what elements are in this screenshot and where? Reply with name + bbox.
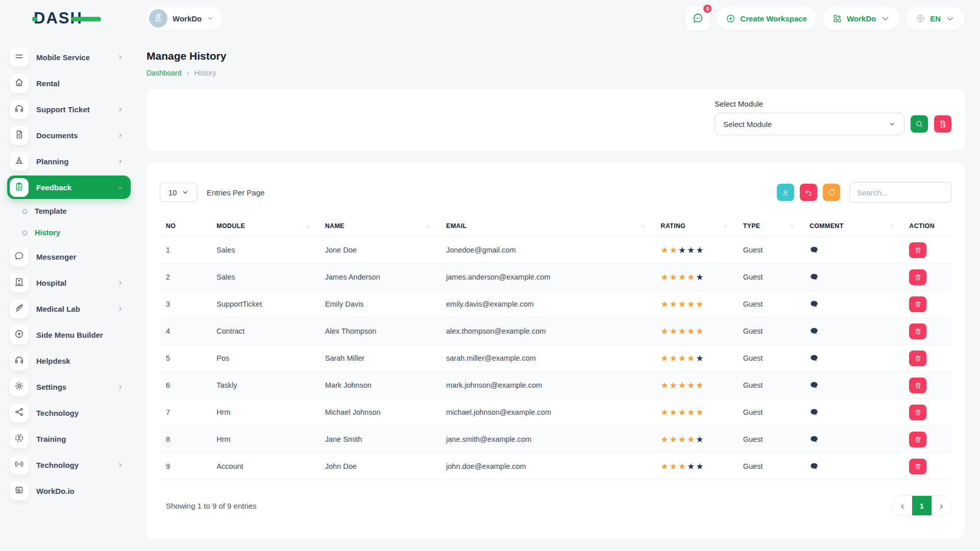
globe-icon	[916, 14, 925, 23]
sidebar-item-planning[interactable]: Planning	[7, 149, 131, 173]
delete-button[interactable]	[909, 432, 926, 447]
column-header-email[interactable]: EMAIL↑↓	[440, 216, 654, 237]
delete-button[interactable]	[909, 323, 926, 339]
module-select[interactable]: Select Module	[715, 113, 904, 135]
trash-icon	[914, 409, 922, 416]
column-header-no: NO	[160, 216, 210, 237]
comment-button[interactable]	[810, 245, 819, 255]
hospital-icon	[14, 277, 24, 289]
sidebar-item-medical-lab[interactable]: Medical Lab	[7, 297, 131, 320]
cell-type: Guest	[737, 453, 803, 480]
sidebar-subitem-template[interactable]: Template	[7, 202, 131, 221]
sidebar-item-label: Side Menu Builder	[36, 331, 103, 339]
cell-comment	[803, 237, 903, 264]
column-header-name[interactable]: NAME↑↓	[319, 216, 440, 237]
comment-button[interactable]	[810, 435, 819, 444]
pagination-page-1[interactable]: 1	[912, 496, 932, 515]
messages-button[interactable]: 0	[685, 6, 710, 31]
hub-icon	[14, 407, 24, 419]
sidebar-subitem-history[interactable]: History	[7, 223, 131, 242]
delete-button[interactable]	[909, 459, 926, 474]
table-row: 9 Account John Doe john.doe@example.com …	[160, 453, 951, 480]
cell-comment	[803, 426, 903, 453]
delete-button[interactable]	[909, 296, 926, 312]
brand-logo[interactable]: DASH	[34, 9, 83, 28]
table-footer: Showing 1 to 9 of 9 entries ‹ 1 ›	[160, 495, 951, 516]
language-label: EN	[930, 14, 941, 23]
create-workspace-label: Create Workspace	[740, 14, 807, 23]
sidebar-item-side-menu-builder[interactable]: Side Menu Builder	[7, 323, 131, 346]
cell-module: Sales	[210, 264, 318, 291]
create-workspace-button[interactable]: Create Workspace	[716, 7, 817, 30]
delete-button[interactable]	[909, 378, 926, 393]
sidebar-item-settings[interactable]: Settings	[7, 375, 131, 398]
cell-action	[903, 264, 951, 291]
pagination-next-button[interactable]: ›	[932, 496, 951, 515]
column-header-type[interactable]: TYPE↑↓	[737, 216, 803, 237]
cell-no: 5	[160, 345, 210, 372]
cell-no: 4	[160, 318, 210, 345]
sidebar-item-feedback[interactable]: Feedback	[7, 176, 131, 199]
table-row: 6 Taskly Mark Johnson mark.johnson@examp…	[160, 372, 951, 399]
cell-rating: ★★★★★	[654, 426, 737, 453]
app-switcher-button[interactable]: WorkDo	[823, 7, 900, 30]
sidebar-item-technology-2[interactable]: Technology	[7, 453, 131, 477]
column-header-rating[interactable]: RATING↑↓	[654, 216, 737, 237]
pagination-prev-button[interactable]: ‹	[893, 496, 912, 515]
column-header-comment[interactable]: COMMENT↑↓	[803, 216, 903, 237]
delete-button[interactable]	[909, 405, 926, 420]
undo-button[interactable]	[800, 184, 817, 201]
trash-icon	[914, 300, 922, 308]
workspace-avatar	[149, 9, 167, 28]
delete-button[interactable]	[909, 269, 926, 285]
entries-per-page-select[interactable]: 10	[160, 183, 198, 202]
sidebar-item-technology[interactable]: Technology	[7, 401, 131, 424]
sidebar-item-hospital[interactable]: Hospital	[7, 271, 131, 294]
comment-button[interactable]	[810, 272, 819, 282]
sidebar-item-documents[interactable]: Documents	[7, 123, 131, 147]
sidebar-item-label: Settings	[36, 383, 66, 391]
comment-button[interactable]	[810, 381, 819, 390]
delete-button[interactable]	[909, 242, 926, 258]
sidebar-item-rental[interactable]: Rental	[7, 71, 131, 95]
refresh-icon	[827, 188, 836, 196]
comment-button[interactable]	[810, 327, 819, 336]
trash-icon	[914, 436, 922, 443]
sidebar-item-messenger[interactable]: Messenger	[7, 245, 131, 268]
comment-button[interactable]	[810, 408, 819, 417]
refresh-button[interactable]	[823, 184, 840, 201]
column-header-module[interactable]: MODULE↑↓	[210, 216, 318, 237]
sidebar-item-label: WorkDo.io	[36, 487, 75, 495]
sidebar-item-helpdesk[interactable]: Helpdesk	[7, 349, 131, 372]
sort-icon: ↑↓	[305, 223, 313, 229]
cell-module: Sales	[210, 237, 318, 264]
workspace-switcher[interactable]: WorkDo	[146, 7, 222, 30]
cell-comment	[803, 372, 903, 399]
sidebar-item-label: Messenger	[36, 253, 76, 261]
cell-action	[903, 372, 951, 399]
language-button[interactable]: EN	[906, 7, 965, 30]
comment-button[interactable]	[810, 299, 819, 309]
breadcrumb-dashboard-link[interactable]: Dashboard	[146, 69, 182, 77]
cell-action	[903, 291, 951, 318]
cell-comment	[803, 345, 903, 372]
cell-name: Jone Doe	[319, 237, 440, 264]
chevron-right-icon	[117, 106, 124, 113]
comment-button[interactable]	[810, 354, 819, 363]
sidebar-item-training[interactable]: Training	[7, 427, 131, 450]
comment-button[interactable]	[810, 462, 819, 471]
chevron-right-icon	[117, 54, 124, 61]
sidebar-item-mobile-service[interactable]: Mobile Service	[7, 45, 131, 69]
sort-icon: ↑↓	[790, 223, 797, 229]
sidebar-item-workdo-io[interactable]: WorkDo.io	[7, 479, 131, 503]
cell-action	[903, 426, 951, 453]
delete-button[interactable]	[909, 350, 926, 366]
cell-no: 1	[160, 237, 210, 264]
filter-search-button[interactable]	[911, 115, 928, 133]
sidebar-item-support-ticket[interactable]: Support Ticket	[7, 97, 131, 121]
table-search-input[interactable]	[849, 182, 951, 203]
filter-reset-button[interactable]	[934, 115, 951, 133]
cell-comment	[803, 399, 903, 426]
export-button[interactable]	[777, 184, 794, 201]
cell-name: John Doe	[319, 453, 440, 480]
